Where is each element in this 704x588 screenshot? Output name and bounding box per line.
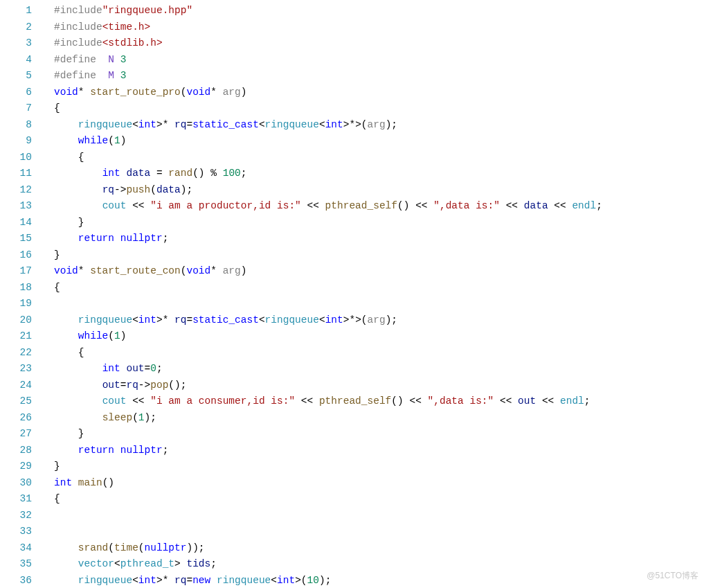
code-line[interactable]: return nullptr; xyxy=(54,443,704,459)
token-text: ; xyxy=(210,558,217,569)
code-line[interactable]: vector<pthread_t> tids; xyxy=(54,556,704,573)
token-par: arg xyxy=(368,119,386,130)
token-kw: int xyxy=(138,575,156,586)
line-number: 10 xyxy=(0,150,40,166)
token-fn: rand xyxy=(168,168,192,179)
code-line[interactable]: { xyxy=(54,150,704,166)
code-line[interactable] xyxy=(54,296,704,312)
token-text: ; xyxy=(584,395,590,407)
code-line[interactable]: out=rq->pop(); xyxy=(54,377,704,394)
code-area[interactable]: #include"ringqueue.hpp"#include<time.h>#… xyxy=(54,3,704,588)
code-line[interactable]: #include<time.h> xyxy=(54,19,704,36)
token-dark: tids xyxy=(186,558,210,569)
token-text: << xyxy=(301,200,325,211)
code-line[interactable]: return nullptr; xyxy=(54,231,704,247)
token-fn: start_route_pro xyxy=(90,87,181,98)
line-number: 5 xyxy=(0,68,40,84)
code-editor[interactable]: 1234567891011121314151617181920212223242… xyxy=(0,0,704,588)
token-fn: pthread_self xyxy=(325,200,397,211)
token-pp: #define xyxy=(54,54,96,65)
code-line[interactable]: int main() xyxy=(54,475,704,492)
code-line[interactable] xyxy=(54,508,704,524)
code-line[interactable]: { xyxy=(54,491,704,508)
line-number: 22 xyxy=(0,345,40,362)
token-kw: int xyxy=(325,119,343,130)
token-str: ",data is:" xyxy=(428,395,494,407)
token-text: ); xyxy=(386,119,397,130)
code-line[interactable]: cout << "i am a productor,id is:" << pth… xyxy=(54,198,704,215)
token-text: < xyxy=(132,314,138,326)
token-kw: static_cast xyxy=(192,119,259,130)
token-kw: nullptr xyxy=(120,233,163,244)
token-text xyxy=(54,200,102,211)
code-line[interactable]: void* start_route_con(void* arg) xyxy=(54,263,704,280)
token-kw: void xyxy=(186,265,210,276)
code-line[interactable]: while(1) xyxy=(54,133,704,150)
line-number: 15 xyxy=(0,231,40,247)
token-text: ; xyxy=(156,363,163,374)
token-text: << xyxy=(295,395,319,407)
token-text: < xyxy=(132,119,138,130)
code-line[interactable]: ringqueue<int>* rq=new ringqueue<int>(10… xyxy=(54,573,704,589)
code-line[interactable]: sleep(1); xyxy=(54,410,704,427)
token-text: { xyxy=(54,103,60,114)
token-inc: <time.h> xyxy=(102,21,151,33)
code-line[interactable]: int data = rand() % 100; xyxy=(54,166,704,182)
token-text: ( xyxy=(108,330,114,341)
token-text: ; xyxy=(163,445,169,456)
token-kw: int xyxy=(138,314,156,326)
token-text: = xyxy=(186,314,192,326)
token-fn: srand xyxy=(78,542,109,553)
code-line[interactable]: cout << "i am a consumer,id is:" << pthr… xyxy=(54,393,704,410)
token-dark: data xyxy=(524,200,548,211)
line-number: 35 xyxy=(0,556,40,573)
line-number: 16 xyxy=(0,247,40,264)
code-line[interactable]: #define M 3 xyxy=(54,68,704,84)
code-line[interactable]: #include<stdlib.h> xyxy=(54,35,704,52)
code-line[interactable]: rq->push(data); xyxy=(54,182,704,199)
code-line[interactable]: ringqueue<int>* rq=static_cast<ringqueue… xyxy=(54,312,704,329)
token-text: } xyxy=(54,249,60,260)
token-text xyxy=(114,445,120,456)
code-line[interactable]: srand(time(nullptr)); xyxy=(54,540,704,557)
code-line[interactable]: } xyxy=(54,247,704,264)
line-number: 24 xyxy=(0,377,40,394)
token-text xyxy=(54,330,78,341)
code-line[interactable]: } xyxy=(54,458,704,475)
token-text xyxy=(54,314,78,326)
code-line[interactable]: { xyxy=(54,100,704,117)
line-number: 20 xyxy=(0,312,40,329)
line-number: 12 xyxy=(0,182,40,199)
line-number: 8 xyxy=(0,117,40,134)
code-line[interactable]: } xyxy=(54,215,704,231)
code-line[interactable]: void* start_route_pro(void* arg) xyxy=(54,84,704,101)
token-type: pthread_t xyxy=(120,558,174,569)
code-line[interactable]: { xyxy=(54,280,704,296)
token-str: ",data is:" xyxy=(433,200,500,211)
token-text: ( xyxy=(138,542,145,553)
code-line[interactable]: } xyxy=(54,426,704,443)
token-text: = xyxy=(150,168,168,179)
token-text xyxy=(54,575,78,586)
code-line[interactable] xyxy=(54,524,704,540)
token-type: ringqueue xyxy=(78,119,132,130)
token-fn: main xyxy=(78,477,102,488)
token-kw: void xyxy=(54,265,78,276)
code-line[interactable]: #define N 3 xyxy=(54,52,704,69)
token-fn: push xyxy=(126,184,150,195)
token-kw: void xyxy=(54,87,78,98)
code-line[interactable]: { xyxy=(54,345,704,362)
token-inc: <stdlib.h> xyxy=(102,37,163,48)
code-line[interactable]: ringqueue<int>* rq=static_cast<ringqueue… xyxy=(54,117,704,134)
code-line[interactable]: while(1) xyxy=(54,328,704,345)
token-dark: data xyxy=(156,184,181,195)
token-text: < xyxy=(132,575,138,586)
code-line[interactable]: #include"ringqueue.hpp" xyxy=(54,3,704,19)
token-text: << xyxy=(500,200,524,211)
token-text xyxy=(72,477,78,488)
token-dark: out xyxy=(126,363,144,374)
token-text xyxy=(54,363,102,374)
code-line[interactable]: int out=0; xyxy=(54,361,704,377)
line-number: 36 xyxy=(0,573,40,589)
token-num: 1 xyxy=(114,330,120,341)
